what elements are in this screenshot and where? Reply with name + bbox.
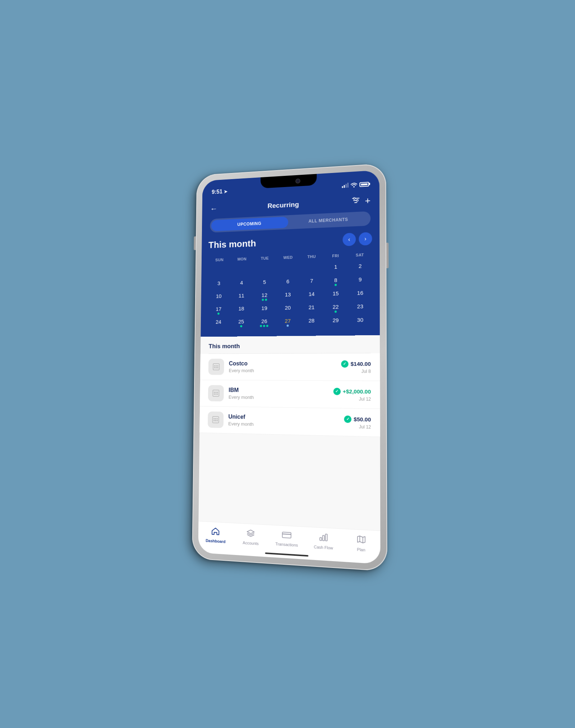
calendar-grid: SUN MON TUE WED THU FRI SAT 123456789101… [207,251,372,330]
calendar-date: 23 [349,303,372,309]
nav-item-transactions[interactable]: Transactions [268,529,305,548]
calendar-cell[interactable]: 6 [276,277,299,290]
calendar-date: 18 [231,305,252,312]
calendar-date: 24 [208,319,229,325]
calendar-date: 6 [277,278,299,285]
status-icons [342,181,369,188]
transaction-item[interactable]: IBMEvery month+$2,000.00Jul 12 [200,380,380,409]
nav-accounts-icon [247,529,255,540]
calendar-dot [260,325,262,327]
calendar-cell[interactable]: 2 [348,261,372,274]
calendar-date: 9 [349,276,371,283]
calendar-date: 25 [231,318,252,324]
day-wed: WED [276,254,300,261]
transactions-section-title: This month [201,335,380,354]
camera [295,178,300,183]
merchant-frequency: Every month [229,368,336,374]
back-button[interactable]: ← [210,204,218,213]
calendar-date: 20 [277,304,299,311]
calendar-date: 19 [254,305,275,311]
calendar-date: 26 [254,318,275,324]
calendar-date: 7 [301,277,323,284]
calendar-cell[interactable]: 10 [208,291,230,304]
calendar-cell[interactable] [253,264,276,277]
calendar-cell[interactable]: 28 [300,316,323,329]
calendar-cell[interactable]: 8 [324,275,348,288]
nav-item-cash-flow[interactable]: Cash Flow [305,531,342,551]
calendar-dots [254,299,275,302]
calendar-cell[interactable] [208,266,230,279]
calendar-date: 3 [209,280,229,286]
calendar-date: 16 [349,290,372,296]
all-merchants-tab[interactable]: ALL MERCHANTS [288,213,369,228]
calendar-cell[interactable]: 25 [230,317,252,329]
calendar-dots [231,325,252,328]
calendar-dots [277,324,299,328]
merchant-icon [208,385,224,402]
svg-point-0 [353,186,355,188]
upcoming-tab[interactable]: UPCOMING [211,217,288,231]
calendar-cell[interactable]: 17 [208,304,230,317]
amount-row: $50.00 [344,415,371,423]
svg-rect-14 [214,392,215,393]
calendar-cell[interactable]: 1 [324,262,348,275]
transaction-item[interactable]: CostcoEvery month$140.00Jul 8 [200,353,380,381]
nav-plan-icon [356,535,365,546]
merchant-icon [208,411,224,428]
calendar-cell[interactable]: 7 [300,276,323,289]
svg-rect-15 [215,392,216,393]
calendar-dots [208,313,229,316]
calendar-date: 28 [301,317,323,324]
calendar-cell[interactable]: 13 [276,290,299,303]
svg-rect-6 [213,364,219,370]
calendar-cell[interactable] [300,263,323,276]
calendar-cell[interactable]: 22 [324,302,348,315]
calendar-dot [265,299,267,301]
calendar-cell[interactable]: 30 [348,315,372,328]
calendar-cell[interactable]: 21 [300,302,323,315]
calendar-dot [262,299,264,301]
calendar-cell[interactable]: 24 [207,317,229,330]
next-month-button[interactable]: › [359,232,372,246]
nav-actions: + [352,195,371,207]
calendar-cell[interactable]: 4 [230,278,253,291]
calendar-cell[interactable]: 15 [324,288,348,302]
nav-item-accounts[interactable]: Accounts [233,527,268,546]
month-title: This month [208,238,256,250]
amount-value: +$2,000.00 [343,388,371,395]
calendar-header: This month ‹ › [208,232,372,251]
calendar-cell[interactable]: 12 [253,290,276,303]
svg-rect-26 [217,420,218,421]
nav-cash-flow-icon [319,533,328,544]
calendar-cell[interactable]: 9 [348,274,372,288]
calendar-cell[interactable]: 3 [208,278,230,291]
calendar-cell[interactable]: 14 [300,289,323,302]
calendar-cell[interactable]: 11 [230,291,253,304]
transaction-item[interactable]: UnicefEvery month$50.00Jul 12 [199,406,380,437]
svg-rect-18 [215,393,216,395]
calendar-date: 27 [277,318,299,324]
calendar-cell[interactable]: 29 [324,315,348,328]
calendar-cell[interactable]: 18 [230,304,253,317]
calendar-date: 8 [325,277,346,283]
check-circle-icon [344,415,351,423]
calendar-cell[interactable]: 27 [276,316,299,329]
calendar-cell[interactable] [231,265,253,278]
svg-rect-10 [214,367,215,368]
calendar-cell[interactable] [277,263,300,276]
calendar-cell[interactable]: 5 [253,277,276,290]
filter-icon[interactable] [352,197,360,206]
add-button[interactable]: + [365,195,371,206]
calendar-cell[interactable]: 26 [253,317,276,329]
day-tue: TUE [253,254,276,262]
transaction-amount: $140.00Jul 8 [341,360,371,374]
merchant-icon [208,359,224,375]
calendar-cell[interactable]: 23 [348,301,372,315]
nav-item-dashboard[interactable]: Dashboard [198,525,233,545]
calendar-cell[interactable]: 19 [253,304,276,317]
calendar-cell[interactable]: 20 [276,303,299,316]
nav-item-plan[interactable]: Plan [342,533,380,553]
calendar-date: 1 [325,263,347,270]
prev-month-button[interactable]: ‹ [342,233,356,246]
calendar-cell[interactable]: 16 [348,288,372,301]
